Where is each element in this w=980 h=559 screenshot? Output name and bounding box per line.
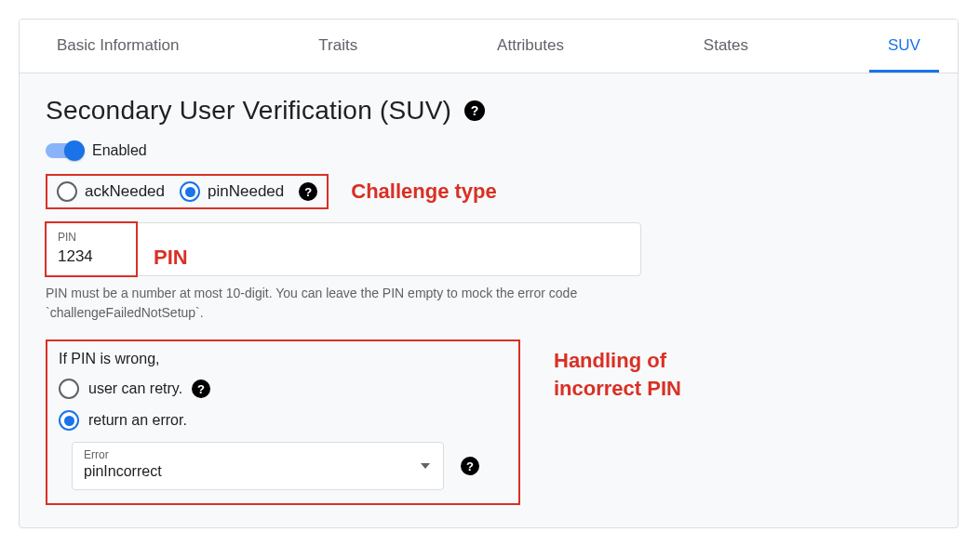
handling-callout-box: If PIN is wrong, user can retry. ? retur… <box>46 339 520 505</box>
tab-bar: Basic Information Traits Attributes Stat… <box>20 20 958 73</box>
handling-annotation: Handling of incorrect PIN <box>554 339 681 402</box>
enabled-toggle[interactable] <box>46 143 83 158</box>
tab-traits[interactable]: Traits <box>300 20 376 73</box>
pin-annotation: PIN <box>154 246 188 270</box>
enabled-label: Enabled <box>92 142 147 159</box>
app-window: Basic Information Traits Attributes Stat… <box>19 19 959 528</box>
challenge-type-callout: ackNeeded pinNeeded ? <box>46 174 329 209</box>
radio-user-can-retry[interactable] <box>59 379 79 399</box>
pin-input[interactable] <box>58 247 629 266</box>
radio-retry-row: user can retry. ? <box>59 379 507 399</box>
radio-ack-needed-row: ackNeeded <box>57 181 165 202</box>
tab-states[interactable]: States <box>685 20 767 73</box>
enabled-toggle-row: Enabled <box>46 142 932 159</box>
handling-annotation-line2: incorrect PIN <box>554 375 681 403</box>
page-title: Secondary User Verification (SUV) <box>46 96 451 126</box>
tab-suv[interactable]: SUV <box>869 20 939 73</box>
content-area: Secondary User Verification (SUV) ? Enab… <box>20 73 958 527</box>
radio-error-row: return an error. <box>59 410 507 431</box>
radio-pin-needed[interactable] <box>180 181 200 202</box>
handling-prompt: If PIN is wrong, <box>59 351 507 367</box>
radio-return-error-label: return an error. <box>88 412 187 429</box>
handling-row: If PIN is wrong, user can retry. ? retur… <box>46 339 932 505</box>
tab-basic-information[interactable]: Basic Information <box>38 20 197 73</box>
help-icon[interactable]: ? <box>299 182 317 201</box>
help-icon[interactable]: ? <box>192 379 210 398</box>
chevron-down-icon <box>421 463 430 469</box>
handling-annotation-line1: Handling of <box>554 347 681 375</box>
radio-ack-needed[interactable] <box>57 181 77 202</box>
tab-attributes[interactable]: Attributes <box>478 20 583 73</box>
radio-return-error[interactable] <box>59 410 79 431</box>
radio-pin-needed-row: pinNeeded <box>180 181 284 202</box>
radio-user-can-retry-label: user can retry. <box>88 380 182 397</box>
pin-helper-text: PIN must be a number at most 10-digit. Y… <box>46 284 641 323</box>
error-select[interactable]: Error pinIncorrect <box>72 442 444 490</box>
radio-ack-needed-label: ackNeeded <box>85 182 165 201</box>
error-select-label: Error <box>84 448 432 461</box>
pin-field-label: PIN <box>58 231 629 244</box>
pin-row: PIN PIN <box>46 222 932 276</box>
help-icon[interactable]: ? <box>464 100 485 121</box>
radio-pin-needed-label: pinNeeded <box>208 182 284 201</box>
pin-field: PIN PIN <box>46 222 641 276</box>
challenge-type-row: ackNeeded pinNeeded ? Challenge type <box>46 174 932 209</box>
page-title-row: Secondary User Verification (SUV) ? <box>46 96 932 126</box>
error-select-row: Error pinIncorrect ? <box>72 442 507 490</box>
error-select-value: pinIncorrect <box>84 463 432 480</box>
help-icon[interactable]: ? <box>461 457 479 475</box>
challenge-type-annotation: Challenge type <box>351 180 496 204</box>
